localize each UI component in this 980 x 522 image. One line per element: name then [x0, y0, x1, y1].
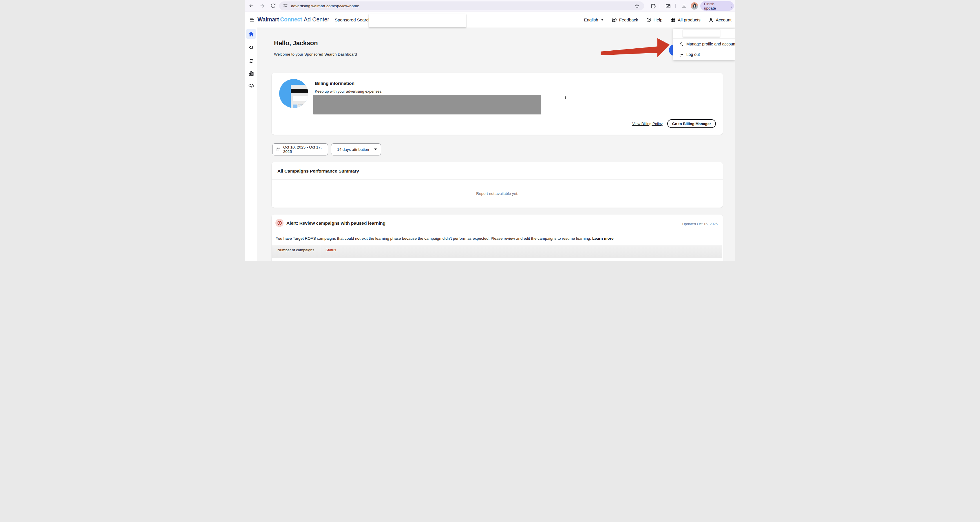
walmart-connect-logo[interactable]: Walmart Connect Ad Center — [258, 16, 329, 23]
logout-icon — [679, 52, 684, 57]
menu-item-manage-profile[interactable]: Manage profile and account — [673, 40, 735, 48]
grid-icon — [670, 17, 676, 22]
browser-menu-kebab-icon[interactable] — [730, 4, 734, 8]
attribution-dropdown[interactable]: 14 days attribution — [331, 143, 381, 156]
redacted-account-name-box — [683, 29, 720, 37]
screenshot-stage: advertising.walmart.com/sp/view/home Fin… — [245, 0, 735, 261]
toolbar-divider — [675, 4, 676, 8]
credit-card-graphic: 12345 10000 — [291, 85, 308, 108]
toolbar-divider — [660, 4, 660, 8]
browser-reload-icon[interactable] — [270, 3, 276, 9]
annotation-arrow — [599, 36, 672, 59]
left-sidebar — [245, 27, 257, 261]
learn-more-link[interactable]: Learn more — [592, 236, 614, 240]
nav-feedback-label: Feedback — [619, 18, 638, 22]
report-empty-state: Report not available yet. — [272, 179, 723, 208]
side-panel-search-icon[interactable] — [665, 3, 671, 9]
bookmark-star-icon[interactable] — [635, 3, 640, 8]
site-settings-icon[interactable] — [283, 3, 288, 8]
billing-subtitle: Keep up with your advertising expenses. — [315, 89, 382, 94]
calendar-icon — [276, 147, 281, 152]
menu-item-label: Manage profile and account — [686, 42, 735, 46]
header-nav: English Feedback Help All products Accou… — [584, 12, 732, 27]
chevron-down-icon — [601, 19, 604, 21]
page-subtitle: Welcome to your Sponsored Search Dashboa… — [274, 52, 357, 56]
alert-updated-timestamp: Updated Oct 16, 2025 — [682, 222, 718, 226]
alert-body-sentence: You have Target ROAS campaigns that coul… — [276, 236, 591, 240]
penguin-avatar-image — [693, 3, 696, 8]
redacted-billing-details — [313, 95, 541, 114]
browser-back-icon[interactable] — [248, 3, 254, 9]
downloads-icon[interactable] — [681, 3, 687, 9]
advertiser-selector-flyout[interactable] — [369, 14, 466, 27]
hamburger-menu-icon[interactable] — [249, 17, 255, 22]
alert-icon-badge — [275, 219, 283, 227]
nav-all-products-label: All products — [678, 18, 700, 22]
feedback-bubble-icon — [612, 17, 617, 22]
alert-body-text: You have Target ROAS campaigns that coul… — [276, 236, 613, 240]
date-range-value: Oct 10, 2025 - Oct 17, 2025 — [283, 145, 328, 154]
update-button-label: Finish update — [704, 2, 727, 10]
chevron-down-icon — [374, 148, 377, 150]
browser-profile-avatar[interactable] — [691, 2, 698, 10]
menu-item-log-out[interactable]: Log out — [673, 50, 735, 59]
alert-exclamation-icon — [277, 221, 282, 226]
alert-table-header: Number of campaigns Status — [272, 245, 722, 258]
logo-ad-center: Ad Center — [304, 16, 329, 23]
performance-summary-title: All Campaigns Performance Summary — [277, 169, 359, 174]
nav-all-products[interactable]: All products — [670, 17, 700, 22]
view-billing-policy-link[interactable]: View Billing Policy — [632, 122, 663, 126]
go-to-billing-manager-button[interactable]: Go to Billing Manager — [667, 119, 716, 128]
person-icon — [708, 17, 714, 22]
logo-connect: Connect — [280, 16, 302, 23]
megaphone-icon — [248, 44, 254, 50]
nav-help-label: Help — [654, 18, 663, 22]
nav-help[interactable]: Help — [646, 17, 663, 22]
help-circle-icon — [646, 17, 652, 22]
extensions-puzzle-icon[interactable] — [650, 3, 656, 9]
nav-account[interactable]: Account — [708, 17, 732, 22]
credit-card-illustration: 12345 10000 — [279, 79, 308, 108]
product-name: Sponsored Search — [335, 18, 371, 22]
billing-title: Billing information — [315, 81, 355, 86]
url-text[interactable]: advertising.walmart.com/sp/view/home — [291, 4, 359, 8]
attribution-value: 14 days attribution — [337, 147, 369, 152]
date-range-picker[interactable]: Oct 10, 2025 - Oct 17, 2025 — [272, 143, 328, 156]
alert-table-row — [272, 258, 722, 261]
sidebar-item-reports[interactable] — [246, 68, 256, 78]
nav-account-label: Account — [716, 18, 732, 22]
nav-feedback[interactable]: Feedback — [612, 17, 638, 22]
browser-forward-icon[interactable] — [259, 3, 265, 9]
recycle-icon — [248, 58, 254, 64]
address-bar[interactable]: advertising.walmart.com/sp/view/home — [279, 2, 644, 10]
header-divider — [331, 21, 331, 27]
menu-item-label: Log out — [686, 52, 700, 57]
menu-divider — [673, 38, 735, 39]
sidebar-item-campaigns[interactable] — [246, 42, 256, 53]
cloud-upload-icon — [248, 83, 254, 89]
bar-chart-icon — [248, 70, 254, 76]
billing-actions: View Billing Policy Go to Billing Manage… — [632, 119, 716, 128]
performance-summary-card: All Campaigns Performance Summary Report… — [272, 162, 723, 208]
home-icon — [248, 31, 254, 37]
sidebar-item-automation[interactable] — [246, 56, 256, 66]
alert-card: Alert: Review campaigns with paused lear… — [272, 215, 723, 261]
app-header: Walmart Connect Ad Center Sponsored Sear… — [245, 12, 735, 27]
language-label: English — [584, 18, 598, 22]
person-icon — [679, 42, 684, 47]
browser-toolbar: advertising.walmart.com/sp/view/home Fin… — [245, 0, 735, 12]
browser-update-button[interactable]: Finish update — [700, 1, 734, 11]
stray-mark — [565, 96, 566, 99]
column-header-status[interactable]: Status — [320, 245, 722, 258]
column-header-number-of-campaigns[interactable]: Number of campaigns — [272, 245, 320, 258]
billing-card: 12345 10000 Billing information Keep up … — [272, 73, 723, 135]
language-selector[interactable]: English — [584, 18, 603, 22]
sidebar-item-uploads[interactable] — [246, 80, 256, 91]
page-title: Hello, Jackson — [274, 39, 318, 47]
sidebar-item-home[interactable] — [246, 29, 256, 39]
logo-walmart: Walmart — [258, 16, 279, 23]
alert-title: Alert: Review campaigns with paused lear… — [286, 221, 385, 226]
